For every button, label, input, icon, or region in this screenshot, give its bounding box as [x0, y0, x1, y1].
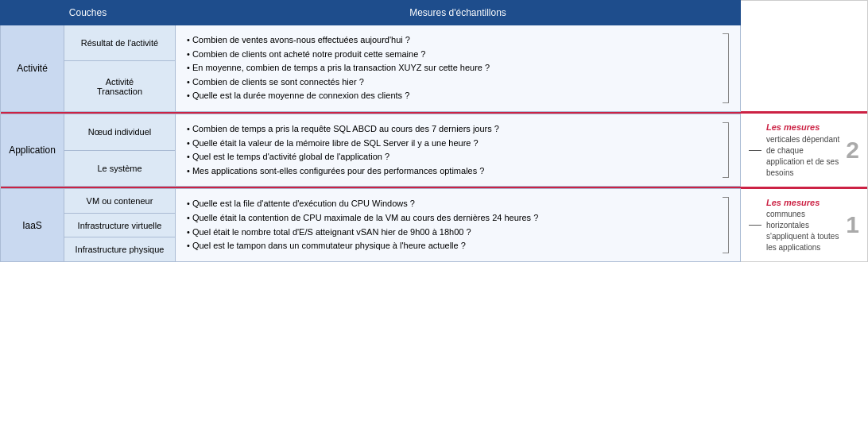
content-cell-iaas: Quelle est la file d'attente d'exécution… — [176, 189, 741, 261]
annotation-title: Les mesures — [766, 197, 841, 209]
bullet-list: Quelle est la file d'attente d'exécution… — [187, 197, 716, 253]
sublayer-label: Activité Transaction — [64, 61, 176, 112]
annotation-arrow — [749, 225, 761, 226]
annotation-text: Les mesuresverticales dépendant de chaqu… — [766, 122, 841, 178]
sublayer-label: VM ou conteneur — [64, 189, 176, 213]
bullet-item: Combien de clients se sont connectés hie… — [187, 75, 716, 90]
sublayer-label: Infrastructure virtuelle — [64, 213, 176, 237]
bullet-item: Quel était le nombre total d'E/S atteign… — [187, 226, 716, 240]
bullet-list: Combien de temps a pris la requête SQL A… — [187, 122, 716, 178]
annotation-cell-application: Les mesuresverticales dépendant de chaqu… — [741, 114, 868, 186]
bullet-item: Quelle est la file d'attente d'exécution… — [187, 197, 716, 211]
annotation-subtitle: communes horizontales s'appliquent à tou… — [766, 209, 841, 253]
sublayer-label: Infrastructure physique — [64, 237, 176, 261]
sublayer-label: Nœud individuel — [64, 114, 176, 150]
table-row: ActivitéRésultat de l'activitéCombien de… — [1, 25, 868, 61]
annotation-cell-activite — [741, 25, 868, 112]
bullet-item: Combien de ventes avons-nous effectuées … — [187, 33, 716, 48]
annotation-number: 1 — [846, 211, 859, 238]
annotation-number: 2 — [846, 137, 859, 164]
page-wrapper: Couches Mesures d'échantillons ActivitéR… — [0, 0, 868, 262]
bracket-line — [723, 197, 729, 253]
header-couches: Couches — [1, 1, 176, 25]
bullet-list: Combien de ventes avons-nous effectuées … — [187, 33, 716, 103]
annotation-text: Les mesurescommunes horizontales s'appli… — [766, 197, 841, 253]
header-mesures: Mesures d'échantillons — [176, 1, 741, 25]
main-table: Couches Mesures d'échantillons ActivitéR… — [0, 0, 868, 262]
annotation-subtitle: verticales dépendant de chaque applicati… — [766, 134, 841, 179]
bullet-item: Quelle était la contention de CPU maxima… — [187, 211, 716, 226]
bullet-item: Combien de temps a pris la requête SQL A… — [187, 122, 716, 137]
bullet-item: Quelle était la valeur de la mémoire lib… — [187, 137, 716, 151]
bullet-item: Quel est le temps d'activité global de l… — [187, 150, 716, 164]
bullet-item: Quelle est la durée moyenne de connexion… — [187, 89, 716, 103]
section-label-iaas: IaaS — [1, 189, 64, 261]
annotation-arrow — [749, 150, 761, 151]
bullet-item: Combien de clients ont acheté notre prod… — [187, 48, 716, 62]
content-cell-activite: Combien de ventes avons-nous effectuées … — [176, 25, 741, 112]
bullet-item: Mes applications sont-elles configurées … — [187, 164, 716, 179]
bracket-line — [723, 33, 729, 103]
annotation-cell-iaas: Les mesurescommunes horizontales s'appli… — [741, 189, 868, 261]
table-row: ApplicationNœud individuelCombien de tem… — [1, 114, 868, 150]
section-label-application: Application — [1, 114, 64, 186]
sublayer-label: Résultat de l'activité — [64, 25, 176, 61]
content-cell-application: Combien de temps a pris la requête SQL A… — [176, 114, 741, 186]
sublayer-label: Le système — [64, 150, 176, 187]
annotation-title: Les mesures — [766, 122, 841, 133]
bullet-item: En moyenne, combien de temps a pris la t… — [187, 61, 716, 75]
header-row: Couches Mesures d'échantillons — [1, 1, 868, 25]
header-annotation-spacer — [741, 1, 868, 25]
bullet-item: Quel est le tampon dans un commutateur p… — [187, 239, 716, 253]
bracket-line — [723, 122, 729, 178]
section-label-activite: Activité — [1, 25, 64, 112]
table-row: IaaSVM ou conteneurQuelle est la file d'… — [1, 189, 868, 213]
